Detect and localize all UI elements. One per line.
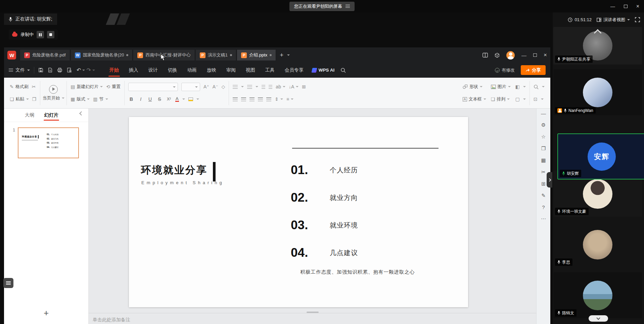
menu-tab-design[interactable]: 设计 — [143, 63, 163, 78]
menu-tab-animation[interactable]: 动画 — [182, 63, 202, 78]
user-avatar[interactable] — [506, 51, 515, 59]
format-painter-button[interactable]: ✎格式刷 — [10, 84, 29, 90]
modified-status[interactable]: 有修改 — [495, 67, 515, 73]
copy-icon[interactable]: ❐ — [32, 96, 37, 102]
play-from-current-button[interactable]: 当页开始 — [42, 80, 65, 106]
slide-title[interactable]: 环境就业分享 — [141, 163, 208, 177]
menu-tab-view[interactable]: 视图 — [241, 63, 260, 78]
align-justify-icon[interactable] — [258, 97, 263, 101]
decrease-font-icon[interactable]: A⁻ — [213, 84, 218, 89]
slide-item[interactable]: 01.个人经历 — [291, 161, 358, 179]
redo-caret-icon[interactable] — [92, 70, 95, 71]
wps-minimize-icon[interactable]: — — [521, 52, 526, 58]
notes-splitter[interactable] — [89, 313, 536, 313]
line-spacing-button[interactable]: ⇕ — [275, 96, 283, 102]
menu-tab-member[interactable]: 会员专享 — [280, 63, 309, 78]
print-preview-icon[interactable] — [67, 68, 72, 73]
new-tab-button[interactable]: + — [277, 51, 286, 59]
menu-tab-tools[interactable]: 工具 — [260, 63, 280, 78]
font-color-button[interactable]: A — [175, 97, 179, 102]
superscript-button[interactable]: X² — [166, 97, 172, 102]
slide-subtitle[interactable]: Employment Sharing — [141, 180, 224, 185]
search-icon[interactable] — [340, 68, 346, 73]
layout-button[interactable]: ▦版式 — [71, 96, 90, 102]
slide-editor-area[interactable]: 环境就业分享 Employment Sharing 01.个人经历 02.就业方… — [89, 109, 536, 324]
participant-tile[interactable]: NanFengWan — [553, 69, 642, 115]
undo-icon[interactable]: ↶ — [77, 67, 81, 73]
align-center-icon[interactable] — [241, 97, 246, 101]
font-size-select[interactable] — [181, 83, 200, 91]
pause-recording-button[interactable] — [37, 31, 44, 38]
text-rotate-button[interactable]: ↓A — [289, 84, 298, 89]
arrange-button[interactable]: ❏排列 — [491, 96, 510, 102]
settings-icon[interactable]: ⚙ — [541, 122, 546, 128]
doc-tab-ppt-2[interactable]: P 演示文稿1 — [196, 50, 236, 60]
wps-ai-button[interactable]: WPS AI — [312, 68, 335, 73]
slide-item[interactable]: 02.就业方向 — [291, 189, 358, 206]
text-direction-button[interactable]: ab — [276, 84, 285, 89]
strikethrough-button[interactable]: S — [156, 96, 163, 102]
participant-tile-sharing[interactable]: 尹朝阳正在共享 — [553, 27, 642, 65]
slide-list-toggle[interactable] — [3, 278, 13, 288]
slide-footer-text[interactable]: 积极工作态度、加强知识积累、抱有一颗进取之心 — [263, 269, 452, 275]
tab-slides[interactable]: 幻灯片 — [44, 109, 58, 122]
maximize-icon[interactable] — [624, 5, 628, 8]
tab-outline[interactable]: 大纲 — [25, 109, 34, 122]
panel-expand-tab[interactable] — [547, 172, 552, 188]
participant-tile-active-speaker[interactable]: 安辉 胡安辉 — [557, 133, 644, 179]
new-slide-button[interactable]: ▤新建幻灯片 — [71, 84, 103, 90]
favorites-icon[interactable]: ☆ — [541, 134, 546, 140]
menu-tab-slideshow[interactable]: 放映 — [202, 63, 221, 78]
slide-canvas[interactable]: 环境就业分享 Employment Sharing 01.个人经历 02.就业方… — [129, 117, 468, 307]
symbol-icon[interactable]: ⊞ — [302, 84, 306, 89]
close-icon[interactable]: × — [636, 3, 639, 9]
clipboard-pane-icon[interactable]: ❐ — [541, 146, 546, 152]
collapse-strip-icon[interactable]: — — [541, 111, 546, 116]
participant-tile[interactable]: 陈锦文 — [553, 272, 642, 318]
redo-icon[interactable]: ↷ — [86, 67, 91, 73]
picture-button[interactable]: 图片 — [491, 84, 511, 90]
clear-format-icon[interactable]: ◇ — [222, 84, 225, 89]
slide-item[interactable]: 03.就业环境 — [291, 216, 358, 234]
wps-logo[interactable]: W — [7, 51, 16, 59]
paragraph-settings-button[interactable]: ≡ — [286, 96, 293, 102]
split-view-icon[interactable] — [482, 53, 488, 57]
wps-close-icon[interactable]: × — [544, 52, 547, 58]
bullet-list-icon[interactable] — [233, 85, 238, 89]
increase-indent-icon[interactable] — [269, 85, 272, 89]
notes-splitter-handle[interactable] — [307, 312, 319, 313]
edit-pane-icon[interactable]: ✎ — [541, 193, 546, 199]
menu-tab-insert[interactable]: 插入 — [124, 63, 143, 78]
layout-pane-icon[interactable]: ⊞ — [541, 181, 546, 187]
align-left-icon[interactable] — [233, 97, 238, 101]
fill-color-icon[interactable]: ◧ — [515, 84, 520, 89]
add-slide-button[interactable]: + — [4, 308, 88, 318]
undo-caret-icon[interactable] — [82, 70, 85, 71]
reset-button[interactable]: ⟲重置 — [106, 84, 121, 90]
fullscreen-icon[interactable] — [635, 17, 640, 22]
italic-button[interactable]: I — [138, 96, 144, 102]
participant-tile[interactable]: 李思 — [553, 221, 642, 268]
align-distribute-icon[interactable] — [266, 97, 271, 101]
help-icon[interactable]: ? — [542, 204, 545, 210]
watching-banner[interactable]: 您正在观看尹朝阳的屏幕 — [289, 2, 355, 11]
align-right-icon[interactable] — [249, 97, 255, 101]
design-pane-icon[interactable]: ▦ — [541, 157, 546, 163]
crop-icon[interactable]: ✂ — [541, 169, 546, 175]
shapes-button[interactable]: 形状 — [463, 84, 482, 90]
underline-button[interactable]: U — [147, 96, 153, 102]
file-menu[interactable]: 文件 — [9, 67, 30, 73]
bold-button[interactable]: B — [128, 96, 134, 102]
menu-tab-home[interactable]: 开始 — [104, 63, 124, 78]
doc-tab-pdf[interactable]: P 危险废物名录.pdf — [20, 50, 70, 60]
save-icon[interactable] — [38, 68, 43, 73]
notes-placeholder[interactable]: 单击此处添加备注 — [93, 317, 130, 323]
slide-item[interactable]: 04.几点建议 — [291, 244, 358, 261]
menu-tab-transition[interactable]: 切换 — [163, 63, 182, 78]
numbered-list-icon[interactable] — [247, 85, 252, 89]
section-button[interactable]: ▥节 — [93, 96, 108, 102]
banner-menu-icon[interactable] — [346, 5, 350, 8]
scroll-down-button[interactable] — [589, 315, 608, 322]
app-center-icon[interactable] — [495, 53, 500, 58]
doc-tab-active[interactable]: P 介绍.pptx — [237, 50, 276, 60]
